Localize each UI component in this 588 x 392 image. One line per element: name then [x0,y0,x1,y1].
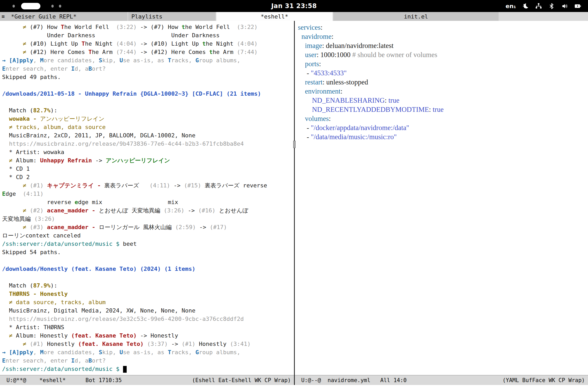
yaml-buffer[interactable]: services: navidrome: image: deluan/navid… [295,21,588,375]
tab-init.el[interactable]: init.el [333,12,499,21]
terminal-line: ≠ Album: Unhappy Refrain -> アンハッピーリフレイン [2,156,294,165]
code-line: environment: [298,87,588,96]
code-line: - "4533:4533" [298,69,588,78]
code-line: services: [298,23,588,32]
terminal-line: ≠ (#12) Here Comes The Arm (7:44) -> (#1… [2,48,294,56]
workspace-dot-icon [59,5,61,8]
workspace-dot-icon [51,5,54,8]
terminal-line: reverse edge mix mix [2,198,294,206]
menu-bar: Jan 31 23:58 en₁ [0,0,588,12]
tab-eshell[interactable]: *eshell* [216,12,333,21]
clock: Jan 31 23:58 [271,2,317,10]
code-line: user: 1000:1000 # should be owner of vol… [298,50,588,59]
terminal-line: wowaka - アンハッピーリフレイン [2,115,294,123]
terminal-line [2,98,294,106]
code-line: - "/docker/appdata/navidrome:/data" [298,123,588,132]
terminal-line: Enter search, enter Id, aBort? [2,65,294,73]
terminal-line: /downloads/2011-05-18 - Unhappy Refrain … [2,90,294,98]
terminal-line: ≠ (#10) Light Up The Night (4:04) -> (#1… [2,40,294,48]
terminal-line: /ssh:server:/data/unsorted/music $ [2,365,294,373]
tab-bar: ≡ *Geiser Guile REPL*Playlists*eshell*in… [0,12,588,21]
terminal-line: ≠ tracks, album, data source [2,123,294,131]
divider-scroll-handle[interactable] [293,141,296,148]
terminal-line: MusicBrainz, 2xCD, 2011, JP, BALLOOM, DG… [2,131,294,140]
terminal-line: → [A]pply, More candidates, Skip, Use as… [2,56,294,65]
input-method-indicator[interactable]: en₁ [506,3,516,9]
terminal-line: /ssh:server:/data/unsorted/music $ beet [2,240,294,248]
terminal-line: Edge (4:11) [2,190,294,198]
terminal-line: ≠ (#2) acane_madder - とおせんぼ 天変地異編 (3:26)… [2,206,294,215]
battery-charging-icon[interactable] [574,2,581,10]
terminal-line: * CD 2 [2,173,294,181]
window-indicators [0,3,61,9]
modeline-buffer-status: U:@**@ *eshell* Bot 1710:35 [3,377,122,383]
tab-label: Playlists [131,13,162,20]
terminal-line: https://musicbrainz.org/release/9b473836… [2,140,294,148]
terminal-line [2,81,294,90]
night-light-icon[interactable] [522,2,529,10]
terminal-line: 天変地異編 (3:26) [2,215,294,223]
terminal-line: ≠ data source, tracks, album [2,298,294,307]
terminal-line: Enter search, enter Id, aBort? [2,357,294,365]
terminal-line: ≠ (#3) acane_madder - ローリンガール 風林火山編 (2:5… [2,223,294,231]
eshell-window: ≠ (#7) How The World Fell (3:22) -> (#7)… [0,21,294,385]
workspace-dot-icon [13,5,15,8]
yaml-modeline: U:@--@ navidrome.yml All 14:0 (YAML BufF… [295,375,588,385]
terminal-line [2,273,294,281]
eshell-modeline: U:@**@ *eshell* Bot 1710:35 (Eshell Eat-… [0,375,294,385]
network-icon[interactable] [535,2,542,10]
code-line: - "/data/media/music:/music:ro" [298,132,588,142]
terminal-line: ≠ (#1) Honestly (feat. Kasane Teto) (3:3… [2,340,294,348]
code-line: ports: [298,59,588,69]
terminal-line: Under Darkness Under Darkness [2,31,294,40]
volume-icon[interactable] [561,2,568,10]
terminal-line: /downloads/Honestly (feat. Kasane Teto) … [2,265,294,273]
tab-label: *eshell* [261,13,288,20]
echo-area[interactable] [0,385,588,392]
system-tray: en₁ [506,2,588,10]
terminal-cursor [123,366,127,373]
terminal-line: Skipped 54 paths. [2,248,294,256]
bluetooth-icon[interactable] [548,2,555,10]
modeline-buffer-status: U:@--@ navidrome.yml All 14:0 [298,377,407,383]
frame-windows: ≠ (#7) How The World Fell (3:22) -> (#7)… [0,21,588,385]
terminal-line: ローリンcontext canceled [2,231,294,240]
terminal-line: Match (82.7%): [2,106,294,115]
tab-geiser-guile-repl[interactable]: *Geiser Guile REPL* [6,12,127,21]
terminal-line: ≠ Album: Honestly (feat. Kasane Teto) ->… [2,332,294,340]
window-divider[interactable] [294,21,295,385]
eshell-buffer[interactable]: ≠ (#7) How The World Fell (3:22) -> (#7)… [0,21,294,375]
terminal-line: https://musicbrainz.org/release/3e32c53c… [2,315,294,323]
modeline-modes: (YAML BufFace WK CP Wrap) [503,377,585,383]
code-line: ND_RECENTLYADDEDBYMODTIME: true [298,105,588,114]
code-line: volumes: [298,114,588,123]
code-line: navidrome: [298,32,588,41]
tab-playlists[interactable]: Playlists [128,12,216,21]
terminal-line: Match (87.9%): [2,281,294,290]
code-line: image: deluan/navidrome:latest [298,41,588,50]
terminal-line: THØRNS - Honestly [2,290,294,298]
terminal-line: * Artist: THØRNS [2,323,294,332]
yaml-window: services: navidrome: image: deluan/navid… [295,21,588,385]
terminal-line: * CD 1 [2,165,294,173]
active-workspace-pill-icon [21,3,40,9]
code-line: restart: unless-stopped [298,78,588,87]
terminal-line: ≠ (#1) キャプテンミライ - 裏表ラバーズ (4:11) -> (#15)… [2,181,294,190]
terminal-line [2,256,294,265]
tab-label: *Geiser Guile REPL* [11,13,77,20]
terminal-line: → [A]pply, More candidates, Skip, Use as… [2,348,294,357]
tab-label: init.el [404,13,428,20]
terminal-line: ≠ (#7) How The World Fell (3:22) -> (#7)… [2,23,294,31]
modeline-modes: (Eshell Eat-Eshell WK CP Wrap) [192,377,291,383]
terminal-line: * Artist: wowaka [2,148,294,156]
code-line: ND_ENABLESHARING: true [298,96,588,105]
terminal-line: Skipped 49 paths. [2,73,294,81]
terminal-line: MusicBrainz, Digital Media, 2024, XW, No… [2,307,294,315]
menu-icon[interactable]: ≡ [0,12,6,21]
